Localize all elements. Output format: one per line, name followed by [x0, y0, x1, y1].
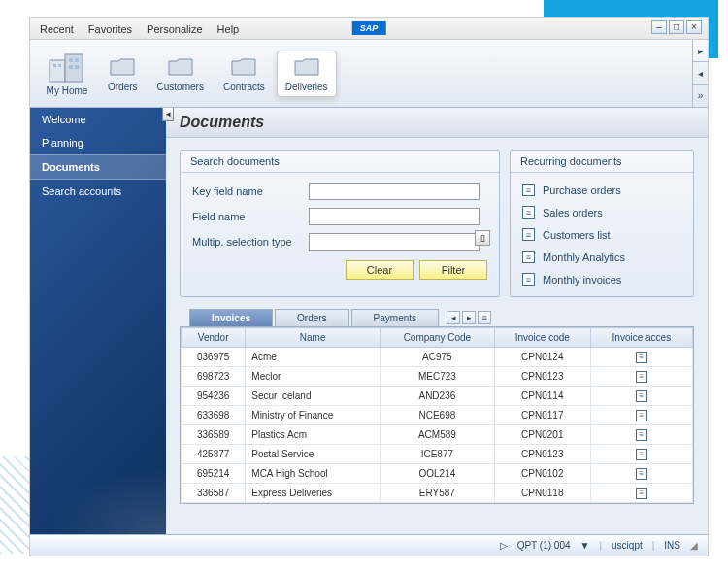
access-icon[interactable]: ≡: [636, 371, 647, 383]
clear-button[interactable]: Clear: [346, 260, 414, 280]
table-row[interactable]: 633698 Ministry of Finance NCE698 CPN011…: [182, 406, 693, 425]
sidebar-item-documents[interactable]: Documents: [30, 154, 166, 180]
col-vendor[interactable]: Vendor: [182, 328, 246, 348]
multi-sel-input[interactable]: [309, 233, 480, 251]
cell-access[interactable]: ≡: [590, 406, 692, 425]
document-icon: ≡: [522, 251, 535, 263]
maximize-icon[interactable]: □: [669, 20, 684, 34]
table-row[interactable]: 036975 Acme AC975 CPN0124 ≡: [182, 348, 693, 367]
cell-invoice: CPN0123: [494, 445, 590, 464]
status-play-icon[interactable]: ▷: [500, 540, 508, 551]
status-dropdown-icon[interactable]: ▼: [580, 540, 590, 551]
table-row[interactable]: 954236 Secur Iceland AND236 CPN0114 ≡: [182, 387, 693, 406]
search-panel: Search documents Key field name Field na…: [180, 150, 500, 297]
recurring-label: Purchase orders: [543, 185, 621, 196]
status-mode: INS: [664, 540, 680, 551]
menu-help[interactable]: Help: [217, 23, 240, 35]
tab-deliveries-label: Deliveries: [285, 82, 328, 92]
access-icon[interactable]: ≡: [636, 352, 647, 363]
building-icon: [46, 51, 88, 85]
access-icon[interactable]: ≡: [636, 488, 647, 499]
tab-list-icon[interactable]: ≡: [478, 311, 491, 324]
recurring-item[interactable]: ≡Monthly Analytics: [514, 246, 689, 268]
folder-icon: [167, 55, 194, 79]
toolbar-tabs: My Home Orders Customers Contracts Deliv…: [30, 40, 708, 108]
cell-company: NCE698: [380, 406, 494, 425]
minimize-icon[interactable]: –: [651, 20, 667, 34]
menu-recent[interactable]: Recent: [40, 23, 74, 35]
col-company[interactable]: Company Code: [380, 328, 494, 348]
tab-home[interactable]: My Home: [38, 47, 96, 100]
tab-next-icon[interactable]: ▸: [462, 311, 476, 324]
cell-company: AND236: [380, 387, 494, 406]
tab-customers[interactable]: Customers: [149, 51, 212, 96]
table-row[interactable]: 698723 Meclor MEC723 CPN0123 ≡: [182, 367, 693, 387]
cell-access[interactable]: ≡: [590, 464, 692, 484]
tab-deliveries[interactable]: Deliveries: [277, 51, 337, 97]
sidebar-item-planning[interactable]: Planning: [30, 131, 166, 154]
cell-access[interactable]: ≡: [590, 348, 692, 367]
cell-access[interactable]: ≡: [590, 484, 692, 503]
status-system: QPT (1) 004: [517, 540, 571, 551]
recurring-item[interactable]: ≡Sales orders: [514, 201, 689, 223]
document-icon: ≡: [522, 206, 535, 219]
recurring-item[interactable]: ≡Customers list: [514, 223, 689, 246]
col-access[interactable]: Invoice acces: [590, 328, 692, 348]
tab-payments[interactable]: Payments: [351, 309, 439, 326]
tab-orders[interactable]: Orders: [100, 51, 146, 96]
tab-home-label: My Home: [47, 85, 88, 96]
cell-invoice: CPN0117: [494, 406, 590, 425]
recurring-title: Recurring documents: [511, 151, 693, 173]
table-row[interactable]: 336589 Plastics Acm ACM589 CPN0201 ≡: [182, 425, 693, 445]
document-icon: ≡: [522, 184, 535, 196]
close-icon[interactable]: ×: [686, 20, 702, 34]
recurring-item[interactable]: ≡Monthly invoices: [514, 268, 689, 290]
nav-left-icon[interactable]: ◂: [693, 62, 708, 84]
status-resize-icon[interactable]: ◢: [690, 540, 698, 551]
menu-favorites[interactable]: Favorites: [88, 23, 132, 35]
col-name[interactable]: Name: [246, 328, 381, 348]
cell-access[interactable]: ≡: [590, 387, 692, 406]
svg-rect-0: [50, 60, 65, 82]
cell-name: MCA High School: [246, 464, 381, 484]
document-icon: ≡: [522, 228, 535, 241]
nav-expand-icon[interactable]: »: [693, 85, 708, 108]
nav-right-icon[interactable]: ▸: [693, 40, 708, 62]
cell-company: MEC723: [380, 367, 494, 387]
sidebar-item-search-accounts[interactable]: Search accounts: [30, 180, 166, 203]
key-field-input[interactable]: [309, 183, 480, 200]
cell-access[interactable]: ≡: [590, 445, 692, 464]
sidebar-item-welcome[interactable]: Welcome: [30, 108, 166, 131]
sidebar-collapse-icon[interactable]: ◂: [162, 108, 174, 121]
cell-vendor: 954236: [182, 387, 246, 406]
tab-contracts[interactable]: Contracts: [215, 51, 273, 96]
access-icon[interactable]: ≡: [636, 410, 647, 421]
access-icon[interactable]: ≡: [636, 429, 647, 441]
table-row[interactable]: 425877 Postal Service ICE877 CPN0123 ≡: [182, 445, 693, 464]
access-icon[interactable]: ≡: [636, 390, 647, 402]
svg-rect-4: [69, 65, 73, 69]
svg-rect-6: [53, 64, 56, 67]
table-row[interactable]: 695214 MCA High School OOL214 CPN0102 ≡: [182, 464, 693, 484]
statusbar: SAP ▷ QPT (1) 004 ▼ | usciqpt | INS ◢: [30, 534, 708, 556]
tab-prev-icon[interactable]: ◂: [447, 311, 460, 324]
svg-rect-7: [58, 64, 61, 67]
access-icon[interactable]: ≡: [636, 468, 647, 480]
recurring-item[interactable]: ≡Purchase orders: [514, 179, 689, 201]
menu-personalize[interactable]: Personalize: [147, 23, 202, 35]
table-row[interactable]: 336587 Express Deliveries ERY587 CPN0118…: [182, 484, 693, 503]
recurring-label: Monthly Analytics: [543, 252, 625, 263]
cell-access[interactable]: ≡: [590, 367, 692, 387]
tab-orders-data[interactable]: Orders: [275, 309, 349, 326]
invoices-table: Vendor Name Company Code Invoice code In…: [180, 326, 694, 504]
cell-access[interactable]: ≡: [590, 425, 692, 445]
value-help-icon[interactable]: ▯: [475, 230, 490, 246]
access-icon[interactable]: ≡: [636, 449, 647, 460]
field-name-input[interactable]: [309, 208, 480, 225]
cell-invoice: CPN0124: [494, 348, 590, 367]
filter-button[interactable]: Filter: [419, 260, 487, 280]
recurring-label: Monthly invoices: [543, 274, 621, 286]
col-invoice[interactable]: Invoice code: [494, 328, 590, 348]
tab-invoices[interactable]: Invoices: [189, 309, 273, 326]
svg-rect-1: [65, 54, 83, 82]
